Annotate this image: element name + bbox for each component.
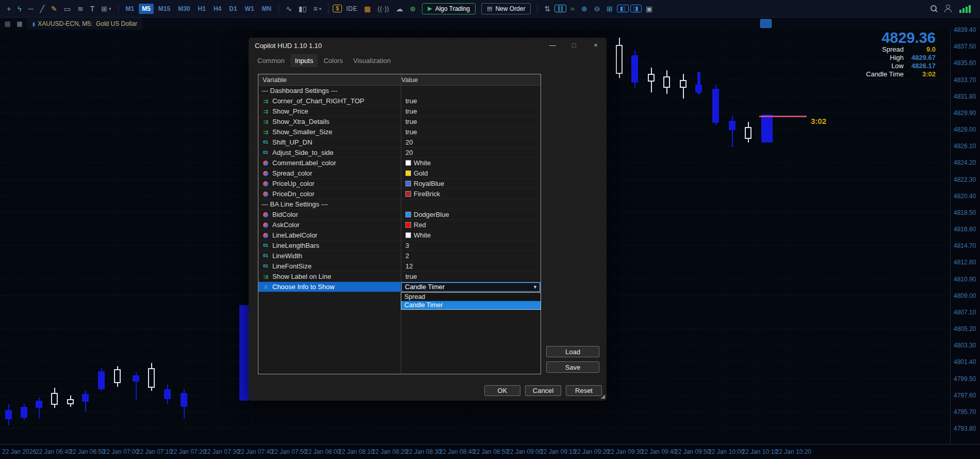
- equidistant-tool-icon[interactable]: ≋: [75, 4, 86, 13]
- community-icon[interactable]: ⊕: [407, 4, 418, 13]
- timeframe-w1[interactable]: W1: [242, 4, 257, 14]
- market-icon[interactable]: ▦: [362, 4, 373, 13]
- toolbar-separator: [279, 4, 279, 14]
- table-row[interactable]: Spread_colorGold: [258, 168, 541, 179]
- table-row[interactable]: LineLabelColorWhite: [258, 230, 541, 241]
- dock-left-icon[interactable]: ◨: [630, 5, 642, 12]
- table-row[interactable]: ⇉Show_Smaller_Sizetrue: [258, 127, 541, 137]
- lightning-icon[interactable]: ϟ: [15, 4, 24, 13]
- timeframe-h1[interactable]: H1: [195, 4, 209, 14]
- account-icon[interactable]: [942, 4, 955, 13]
- bool-param-icon: ⇉: [262, 274, 270, 280]
- timeframe-m30[interactable]: M30: [175, 4, 193, 14]
- window-list-icon[interactable]: ▤: [3, 20, 12, 27]
- line-chart-icon[interactable]: ∿: [283, 4, 295, 13]
- cloud-icon[interactable]: ☁: [393, 4, 405, 13]
- grid-icon[interactable]: ⊞: [604, 4, 615, 13]
- tab-visualization[interactable]: Visualization: [349, 54, 396, 67]
- zoom-in-icon[interactable]: ⊕: [579, 4, 590, 13]
- new-order-button[interactable]: ▤New Order: [481, 3, 531, 14]
- dropdown-option[interactable]: Spread: [401, 293, 541, 301]
- hline-tool-icon[interactable]: ─: [26, 4, 36, 13]
- save-button[interactable]: Save: [546, 361, 599, 373]
- time-axis[interactable]: 22 Jan 202622 Jan 06:4022 Jan 06:5022 Ja…: [0, 444, 980, 459]
- timeframe-m1[interactable]: M1: [123, 4, 138, 14]
- dropdown-arrow-icon[interactable]: ▾: [319, 6, 322, 11]
- signal-icon[interactable]: ((·)): [375, 5, 391, 13]
- timeframe-h4[interactable]: H4: [210, 4, 224, 14]
- time-axis-label: 22 Jan 09:20: [574, 448, 609, 455]
- trendline-tool-icon[interactable]: ╱: [38, 4, 47, 13]
- candle-chart-icon[interactable]: ▮▯: [296, 4, 309, 13]
- price-axis-label: 4805.20: [954, 325, 976, 333]
- close-button[interactable]: ×: [585, 38, 607, 53]
- order-icon: ▤: [487, 5, 492, 12]
- tab-inputs[interactable]: Inputs: [290, 54, 318, 67]
- sort-icon[interactable]: ⇅: [542, 4, 553, 13]
- table-row[interactable]: CommentLabel_colorWhite: [258, 158, 541, 168]
- timeframe-m5[interactable]: M5: [139, 4, 154, 14]
- chevron-down-icon[interactable]: ▼: [531, 284, 540, 290]
- price-info-row: Candle Time3:02: [866, 70, 936, 78]
- patterns-tool-icon[interactable]: ⊞▾: [99, 4, 113, 13]
- table-row[interactable]: BidColorDodgerBlue: [258, 210, 541, 220]
- table-row[interactable]: 01Shift_UP_DN20: [258, 137, 541, 148]
- tab-common[interactable]: Common: [253, 54, 289, 67]
- value-combobox[interactable]: Candle Timer▼: [401, 282, 540, 292]
- ok-button[interactable]: OK: [484, 385, 520, 396]
- table-row[interactable]: ⇉Show_Xtra_Detailstrue: [258, 117, 541, 127]
- bar-chart-icon[interactable]: ≡▾: [311, 4, 324, 13]
- table-row[interactable]: --- Dashboard Settings ---: [258, 86, 541, 96]
- tile-windows-icon[interactable]: ▦: [15, 20, 24, 27]
- screenshot-icon[interactable]: ▣: [643, 4, 655, 13]
- reset-button[interactable]: Reset: [566, 385, 602, 396]
- tab-colors[interactable]: Colors: [319, 54, 348, 67]
- chart-tab-xauusd[interactable]: ▮ XAUUSD-ECN, M5: Gold US Dollar: [27, 18, 142, 29]
- table-row[interactable]: ≡Choose Info to ShowCandle Timer▼: [258, 282, 541, 292]
- zoom-out-icon[interactable]: ⊖: [592, 4, 603, 13]
- table-row[interactable]: --- BA Line Settings ---: [258, 199, 541, 210]
- text-tool-icon[interactable]: T: [88, 4, 97, 13]
- time-axis-label: 22 Jan 08:40: [439, 448, 475, 455]
- draw-tool-icon[interactable]: ✎: [48, 4, 60, 13]
- dialog-titlebar[interactable]: Copilot HUD 1.10 1.10 — □ ×: [249, 38, 607, 53]
- chart-window-icon[interactable]: [760, 19, 772, 28]
- table-row[interactable]: ⇉Corner_of_Chart_RIGHT_TOPtrue: [258, 96, 541, 106]
- table-row[interactable]: PriceUp_colorRoyalBlue: [258, 179, 541, 189]
- price-info-rows: Spread9.0High4829.67Low4826.17Candle Tim…: [866, 45, 936, 78]
- timeframe-d1[interactable]: D1: [226, 4, 240, 14]
- price-axis[interactable]: 4839.404837.504835.604833.704831.804829.…: [950, 30, 980, 444]
- dock-right-icon[interactable]: ◧: [617, 5, 628, 12]
- int-param-icon: 01: [262, 254, 270, 258]
- cancel-button[interactable]: Cancel: [525, 385, 561, 396]
- depth-of-market-icon[interactable]: ∥∥: [554, 5, 566, 12]
- timeframe-m15[interactable]: M15: [155, 4, 173, 14]
- param-name: Adjust_Side_to_side: [272, 149, 334, 156]
- currency-icon[interactable]: $: [333, 5, 342, 12]
- param-name: Show Label on Line: [272, 273, 331, 280]
- dropdown-arrow-icon[interactable]: ▾: [109, 6, 111, 11]
- table-row[interactable]: PriceDn_colorFireBrick: [258, 189, 541, 199]
- time-axis-label: 22 Jan 09:10: [540, 448, 576, 455]
- algo-trading-button[interactable]: ▶Algo Trading: [422, 3, 476, 14]
- table-row[interactable]: AskColorRed: [258, 220, 541, 230]
- ide-button[interactable]: IDE: [344, 5, 360, 13]
- shapes-tool-icon[interactable]: ▭: [61, 4, 73, 13]
- table-row[interactable]: ⇉Show_Pricetrue: [258, 106, 541, 117]
- crosshair-icon[interactable]: +: [4, 4, 13, 13]
- load-button[interactable]: Load: [546, 346, 599, 357]
- param-name: LineFontSize: [272, 262, 312, 270]
- table-row[interactable]: 01LineLengthBars3: [258, 241, 541, 251]
- tick-chart-icon[interactable]: ≈: [568, 4, 577, 13]
- timeframe-mn[interactable]: MN: [259, 4, 275, 14]
- resize-grip-icon[interactable]: ◢: [601, 393, 605, 400]
- minimize-button[interactable]: —: [542, 38, 563, 53]
- maximize-button[interactable]: □: [563, 38, 585, 53]
- table-row[interactable]: ⇉Show Label on Linetrue: [258, 272, 541, 282]
- dropdown-option[interactable]: Candle Timer: [401, 301, 541, 309]
- table-row[interactable]: 01LineFontSize12: [258, 261, 541, 272]
- table-row[interactable]: 01LineWidth2: [258, 251, 541, 261]
- search-icon[interactable]: [927, 4, 940, 13]
- table-row[interactable]: 01Adjust_Side_to_side20: [258, 148, 541, 158]
- toolbar-separator: [118, 4, 119, 14]
